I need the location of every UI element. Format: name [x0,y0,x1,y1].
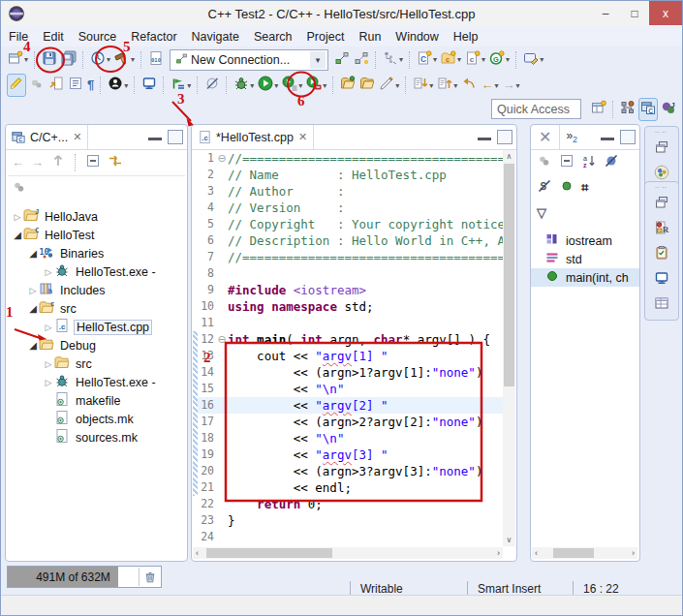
new-project-button[interactable]: G▾ [488,49,511,71]
nav-forward-button[interactable]: → [30,153,45,172]
dropdown-chevron-icon[interactable]: ▾ [540,55,543,64]
tab-overflow-indicator[interactable]: »2 [566,129,577,144]
code-line-21[interactable]: 21 << endl; [193,479,503,496]
dropdown-chevron-icon[interactable]: ▾ [187,81,191,90]
code-line-13[interactable]: 13 cout << "argv[1] " [193,348,503,364]
close-button[interactable]: x [649,1,682,25]
console-quill-button[interactable]: ▾ [522,49,544,71]
fold-collapse-icon[interactable]: ⊖ [216,150,228,167]
back-button[interactable]: ←▾ [480,75,499,96]
tree-collapsed-arrow-icon[interactable]: ▷ [43,359,54,369]
tree-item-makefile[interactable]: makefile [6,391,187,410]
tree-item-sources.mk[interactable]: sources.mk [6,428,187,447]
code-line-22[interactable]: 22 return 0; [193,496,503,512]
code-line-6[interactable]: 6// Description : Hello World in C++, An… [193,232,503,249]
menu-source[interactable]: Source [78,30,117,44]
properties-view-button[interactable] [653,294,670,316]
code-line-24[interactable]: 24 [193,529,503,545]
highlight-button[interactable] [7,74,26,97]
build-clock-button[interactable]: ▾ [89,49,111,71]
status-cursor-position[interactable]: 16 : 22 [583,582,619,596]
tab-cpp-projects[interactable]: C C/C+... ✕ [6,125,88,149]
editor-vertical-scrollbar[interactable]: ∧ ∨ [503,150,515,546]
dropdown-chevron-icon[interactable]: ▾ [250,81,254,90]
maximize-view-button[interactable] [168,130,183,144]
perspective-cpp-button[interactable]: C [638,98,658,121]
dropdown-chevron-icon[interactable]: ▾ [124,81,128,90]
link-editor-button[interactable] [107,153,124,172]
code-line-4[interactable]: 4// Version : [193,200,503,216]
tree-item-src[interactable]: ◢csrc [6,299,187,318]
code-area[interactable]: 1⊖//====================================… [193,150,503,546]
code-line-1[interactable]: 1⊖//====================================… [193,150,503,167]
nav-back-button[interactable]: ← [11,153,25,172]
tree-item-hellotest.exe-[interactable]: ▷HelloTest.exe - [6,373,187,391]
dropdown-chevron-icon[interactable]: ▾ [429,81,433,90]
new-class-button[interactable]: C▾ [416,49,438,71]
menu-edit[interactable]: Edit [43,30,64,44]
drag-handle[interactable]: ‥‥ [655,129,669,135]
code-line-11[interactable]: 11 [193,315,503,331]
code-line-18[interactable]: 18 << "\n" [193,430,503,447]
show-whitespace-button[interactable]: ¶ [86,75,95,96]
open-resource-button[interactable] [339,75,357,96]
save-all-button[interactable] [60,49,78,71]
nav-up-button[interactable] [49,153,67,172]
code-line-17[interactable]: 17 << (argn>2?argv[2]:"none") [193,414,503,430]
tab-hellotest-cpp[interactable]: .c *HelloTest.cpp ✕ [192,125,314,149]
dropdown-chevron-icon[interactable]: ▾ [107,55,110,64]
dropdown-chevron-icon[interactable]: ▾ [506,55,510,64]
collapse-all-button[interactable] [84,153,102,172]
dropdown-chevron-icon[interactable]: ▾ [298,81,302,90]
outline-item-iostream[interactable]: iostream [531,231,639,250]
new-cfile-button[interactable]: c▾ [464,49,486,71]
quick-access-box[interactable]: Quick Access [491,99,581,119]
tree-item-src[interactable]: ▷src [6,354,187,373]
tree-item-includes[interactable]: ▷hIncludes [6,281,187,299]
sort-button[interactable]: az [580,153,598,172]
connect-node-button[interactable] [333,49,351,71]
open-folder-button[interactable] [358,75,376,96]
editor-horizontal-scrollbar[interactable]: ‹ › [193,547,503,559]
tree-collapsed-arrow-icon[interactable]: ▷ [43,267,54,277]
code-line-23[interactable]: 23} [193,512,503,529]
tree-expanded-arrow-icon[interactable]: ◢ [27,340,39,351]
hide-static-button[interactable]: S [536,178,553,198]
fold-collapse-icon[interactable]: ⊖ [216,331,228,348]
dropdown-chevron-icon[interactable]: ▾ [399,55,403,64]
dropdown-chevron-icon[interactable]: ▾ [515,81,519,90]
perspective-java-button[interactable]: J [660,99,677,120]
menu-refactor[interactable]: Refactor [131,30,176,44]
tree-item-hellojava[interactable]: ▷JHelloJava [6,207,187,226]
menu-window[interactable]: Window [395,30,438,44]
run-button[interactable]: ▾ [257,75,279,96]
hide-nonpublic-button[interactable]: ⌗ [580,178,589,198]
code-line-20[interactable]: 20 << (argn>3?argv[3]:"none") [193,463,503,479]
task-list-button[interactable] [653,244,670,265]
maximize-view-button[interactable] [620,130,636,144]
tree-item-objects.mk[interactable]: objects.mk [6,410,187,428]
tree-item-hellotest.exe-[interactable]: ▷HelloTest.exe - [6,262,187,281]
code-line-2[interactable]: 2// Name : HelloTest.cpp [193,167,503,183]
disconnect-node-button[interactable] [353,49,370,71]
debug-button[interactable]: ▾ [233,75,255,96]
garbage-collect-button[interactable] [139,568,161,586]
tree-expanded-arrow-icon[interactable]: ◢ [12,230,23,240]
tree-item-debug[interactable]: ◢Debug [6,336,187,354]
dropdown-chevron-icon[interactable]: ▾ [433,55,437,64]
outline-horizontal-scrollbar[interactable]: ‹ › [532,547,637,559]
minimize-button[interactable]: – [591,1,620,25]
hide-fields-button[interactable] [603,153,620,172]
next-annotation-button[interactable]: ▾ [412,75,434,96]
save-button[interactable] [41,49,58,71]
menu-run[interactable]: Run [358,30,381,44]
dropdown-chevron-icon[interactable]: ▾ [323,81,326,90]
code-line-15[interactable]: 15 << "\n" [193,381,503,397]
code-line-7[interactable]: 7//=====================================… [193,249,503,265]
code-line-16[interactable]: 16 << "argv[2] " [193,397,503,414]
binary-console-button[interactable]: 010 [147,49,165,71]
tree-collapsed-arrow-icon[interactable]: ▷ [12,212,23,222]
user-profile-button[interactable]: ▾ [107,75,129,96]
maximize-button[interactable]: □ [620,1,649,25]
tree-collapsed-arrow-icon[interactable]: ▷ [43,323,54,332]
